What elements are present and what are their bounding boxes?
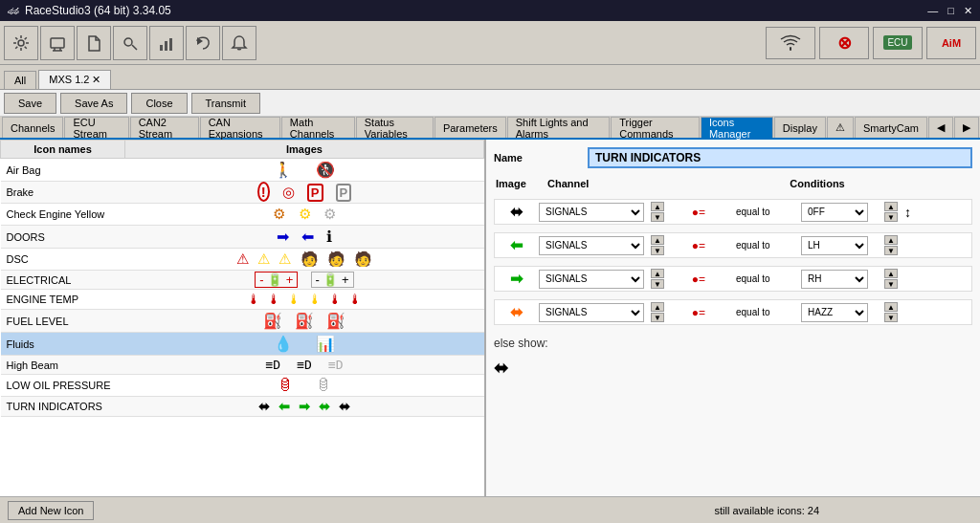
maximize-button[interactable]: □ (947, 5, 954, 17)
ecu-button[interactable]: ECU (873, 27, 923, 59)
channel-select-1[interactable]: SIGNALS (539, 203, 644, 222)
toolbar-notify-button[interactable] (222, 26, 256, 60)
table-row[interactable]: Air Bag 🚶 🚷 (1, 159, 484, 182)
error-button[interactable]: ⊗ (819, 27, 869, 59)
tab-can2-stream[interactable]: CAN2 Stream (130, 117, 199, 138)
table-row[interactable]: Fluids 💧 📊 (1, 333, 484, 356)
cond-channel-1[interactable]: SIGNALS (539, 203, 644, 222)
channel-down-4[interactable]: ▼ (651, 313, 664, 322)
channel-up-2[interactable]: ▲ (651, 235, 664, 245)
tabnav-mxs[interactable]: MXS 1.2 ✕ (38, 70, 111, 89)
cond-channel-arrows-2[interactable]: ▲ ▼ (648, 235, 667, 255)
val-up-1[interactable]: ▲ (884, 202, 898, 211)
toolbar-undo-button[interactable] (186, 26, 220, 60)
table-row[interactable]: DOORS ➡ ⬅ ℹ (1, 226, 484, 249)
channel-select-4[interactable]: SIGNALS (539, 303, 644, 322)
cond-channel-arrows-1[interactable]: ▲ ▼ (648, 202, 667, 222)
tab-display[interactable]: Display (774, 117, 826, 138)
channel-select-2[interactable]: SIGNALS (539, 236, 644, 255)
tab-icons-manager[interactable]: Icons Manager (701, 117, 773, 138)
icon-images: ! ◎ P P (125, 182, 484, 204)
tab-channels[interactable]: Channels (2, 117, 63, 138)
close-button[interactable]: ✕ (964, 5, 972, 17)
wifi-button[interactable] (766, 27, 815, 59)
cond-channel-2[interactable]: SIGNALS (539, 236, 644, 255)
toolbar-chart-button[interactable] (149, 26, 184, 60)
value-select-4[interactable]: HAZZ (801, 303, 868, 322)
table-row[interactable]: FUEL LEVEL ⛽ ⛽ ⛽ (1, 310, 484, 333)
tab-status-variables[interactable]: Status Variables (356, 117, 434, 138)
right-toolbar: ⊗ ECU AiM (766, 27, 976, 59)
ann-button[interactable]: AiM (926, 27, 976, 59)
icon-temp-2: 🌡 (267, 292, 280, 307)
name-input[interactable] (588, 147, 972, 168)
cond-channel-3[interactable]: SIGNALS (539, 270, 644, 289)
val-down-1[interactable]: ▼ (884, 212, 898, 222)
cond-val-arrows-2[interactable]: ▲ ▼ (881, 235, 901, 255)
table-row[interactable]: LOW OIL PRESSURE 🛢 🛢 (1, 375, 484, 397)
tab-ecu-stream[interactable]: ECU Stream (64, 117, 128, 138)
table-row[interactable]: High Beam ≡D ≡D ≡D (1, 356, 484, 375)
table-row[interactable]: ELECTRICAL - 🔋 + - 🔋 + (1, 271, 484, 290)
val-down-2[interactable]: ▼ (884, 246, 898, 255)
val-down-4[interactable]: ▼ (884, 313, 898, 322)
icon-turn-5: ⬌ (339, 399, 350, 414)
transmit-button[interactable]: Transmit (191, 93, 260, 114)
tab-parameters[interactable]: Parameters (434, 117, 506, 138)
tab-can-expansions[interactable]: CAN Expansions (200, 117, 280, 138)
table-row[interactable]: ENGINE TEMP 🌡 🌡 🌡 🌡 🌡 🌡 (1, 290, 484, 310)
channel-up-1[interactable]: ▲ (651, 202, 664, 211)
value-select-3[interactable]: RH (801, 270, 868, 289)
tab-nav-right[interactable]: ▶ (954, 117, 979, 138)
icon-airbag-2: 🚷 (316, 162, 335, 178)
cond-val-2[interactable]: LH (801, 236, 878, 255)
channel-down-1[interactable]: ▼ (651, 212, 664, 222)
val-up-3[interactable]: ▲ (884, 269, 898, 278)
channel-down-2[interactable]: ▼ (651, 246, 664, 255)
cond-val-arrows-4[interactable]: ▲ ▼ (881, 302, 901, 322)
cond-val-4[interactable]: HAZZ (801, 303, 878, 322)
val-up-2[interactable]: ▲ (884, 235, 898, 245)
val-up-4[interactable]: ▲ (884, 302, 898, 312)
table-row[interactable]: Check Engine Yellow ⚙ ⚙ ⚙ (1, 204, 484, 226)
channel-select-3[interactable]: SIGNALS (539, 270, 644, 289)
tab-warning[interactable]: ⚠ (827, 117, 854, 138)
val-down-3[interactable]: ▼ (884, 279, 898, 289)
minimize-button[interactable]: — (927, 5, 938, 17)
channel-down-3[interactable]: ▼ (651, 279, 664, 289)
cond-val-arrows-3[interactable]: ▲ ▼ (881, 269, 901, 289)
cond-resize-1[interactable]: ↕ (904, 205, 920, 220)
cond-channel-arrows-4[interactable]: ▲ ▼ (648, 302, 667, 322)
cond-val-1[interactable]: 0FF (801, 203, 878, 222)
tab-shift-lights[interactable]: Shift Lights and Alarms (507, 117, 611, 138)
value-select-1[interactable]: 0FF (801, 203, 868, 222)
channel-up-3[interactable]: ▲ (651, 269, 664, 278)
table-row[interactable]: Brake ! ◎ P P (1, 182, 484, 204)
tab-trigger-commands[interactable]: Trigger Commands (611, 117, 700, 138)
tab-math-channels[interactable]: Math Channels (281, 117, 355, 138)
tab-nav-left[interactable]: ◀ (928, 117, 953, 138)
save-as-button[interactable]: Save As (60, 93, 127, 114)
toolbar-file-button[interactable] (77, 26, 111, 60)
toolbar-settings-button[interactable] (4, 26, 38, 60)
eq-icon-2: ●= (692, 239, 705, 252)
titlebar-controls[interactable]: — □ ✕ (927, 5, 972, 17)
value-select-2[interactable]: LH (801, 236, 868, 255)
svg-rect-7 (165, 41, 167, 51)
name-label: Name (494, 152, 580, 163)
tab-smartycam[interactable]: SmartyCam (855, 117, 927, 138)
add-new-icon-button[interactable]: Add New Icon (8, 501, 94, 520)
tabnav-all[interactable]: All (4, 71, 36, 89)
close-button[interactable]: Close (131, 93, 187, 114)
cond-channel-arrows-3[interactable]: ▲ ▼ (648, 269, 667, 289)
toolbar-device-button[interactable] (40, 26, 75, 60)
toolbar-key-button[interactable] (113, 26, 147, 60)
table-row[interactable]: DSC ⚠ ⚠ ⚠ 🧑 🧑 🧑 (1, 249, 484, 271)
table-row[interactable]: TURN INDICATORS ⬌ ⬅ ➡ ⬌ ⬌ (1, 397, 484, 417)
save-button[interactable]: Save (4, 93, 56, 114)
cond-val-arrows-1[interactable]: ▲ ▼ (881, 202, 901, 222)
cond-val-3[interactable]: RH (801, 270, 878, 289)
cond-channel-4[interactable]: SIGNALS (539, 303, 644, 322)
channel-up-4[interactable]: ▲ (651, 302, 664, 312)
icon-engine-1: ⚙ (273, 206, 285, 222)
